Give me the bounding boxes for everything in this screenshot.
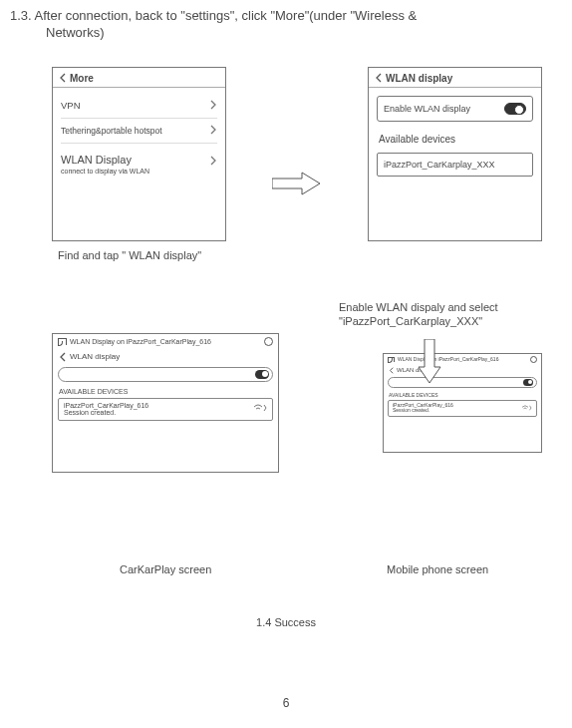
more-header[interactable]: More [53,68,225,88]
heading-line1: 1.3. After connection, back to "settings… [10,8,417,23]
arrow-down-icon [417,339,442,389]
wlan-display-row[interactable]: WLAN display [384,366,541,375]
carkarplay-screen: WLAN Display on iPazzPort_CarKarPlay_616… [52,333,279,473]
arrow-right-icon [272,171,322,196]
available-label: AVAILABLE DEVICES [53,385,278,396]
available-devices-label: Available devices [369,126,541,149]
wlan-display-group: WLAN Display connect to display via WLAN [61,150,149,175]
cast-text: WLAN Display on iPazzPort_CarKarPlay_616 [70,338,211,345]
device-row-text: iPazzPort_CarKarPlay_616 Session created… [393,403,453,414]
tethering-label: Tethering&portable hotspot [61,126,162,136]
page-number: 6 [0,696,572,710]
wifi-icon [253,404,267,414]
cast-icon [58,338,67,345]
more-title: More [70,73,94,84]
cast-icon [388,357,395,362]
toggle-icon[interactable] [504,103,526,115]
toggle-row[interactable] [58,367,273,382]
toggle-icon[interactable] [255,370,269,379]
cast-status-bar: WLAN Display on iPazzPort_CarKarPlay_616 [53,334,278,350]
back-icon[interactable] [375,73,382,85]
caption-mobile: Mobile phone screen [387,563,488,575]
menu-item-tethering[interactable]: Tethering&portable hotspot [61,119,217,144]
device-name: iPazzPort_CarKarplay_XXX [384,160,495,170]
cast-status-bar: WLAN Display on iPazzPort_CarKarPlay_616 [384,354,541,366]
step-heading: 1.3. After connection, back to "settings… [0,0,572,42]
more-menu-list: VPN Tethering&portable hotspot WLAN Disp… [53,88,225,186]
vpn-label: VPN [61,100,81,111]
wifi-icon [521,405,532,412]
mobile-phone-screen: WLAN Display on iPazzPort_CarKarPlay_616… [383,353,542,453]
wlan-display-panel: WLAN display Enable WLAN display Availab… [368,67,542,241]
device-row[interactable]: iPazzPort_CarKarPlay_616 Session created… [58,398,273,421]
enable-wlan-row[interactable]: Enable WLAN display [377,96,533,122]
available-label: AVAILABLE DEVICES [384,390,541,399]
menu-item-wlan-display[interactable]: WLAN Display connect to display via WLAN [61,144,217,181]
toggle-row[interactable] [388,377,537,388]
wlan-header[interactable]: WLAN display [369,68,541,88]
gear-icon[interactable] [530,356,537,363]
device-row-text: iPazzPort_CarKarPlay_616 Session created… [64,402,148,417]
cast-text: WLAN Display on iPazzPort_CarKarPlay_616 [398,356,498,362]
caption-find-tap: Find and tap " WLAN display" [0,241,572,261]
chevron-right-icon [210,156,217,168]
wlan-display-row[interactable]: WLAN display [53,350,278,364]
wlan-display-sub: connect to display via WLAN [61,168,149,175]
back-icon[interactable] [59,73,66,85]
chevron-right-icon [210,100,217,112]
success-label: 1.4 Success [0,616,572,628]
caption-carkarplay: CarKarPlay screen [120,563,211,575]
chevron-right-icon [210,125,217,137]
wlan-title: WLAN display [386,73,452,84]
heading-line2: Networks) [10,25,105,40]
settings-more-panel: More VPN Tethering&portable hotspot WLAN… [52,67,226,241]
enable-wlan-label: Enable WLAN display [384,104,470,114]
menu-item-vpn[interactable]: VPN [61,94,217,119]
gear-icon[interactable] [264,337,273,346]
wlan-label: WLAN display [70,352,120,361]
device-item[interactable]: iPazzPort_CarKarplay_XXX [377,153,533,177]
device-row[interactable]: iPazzPort_CarKarPlay_616 Session created… [388,400,537,417]
toggle-icon[interactable] [523,379,533,386]
wlan-display-label: WLAN Display [61,154,132,166]
caption-enable-select: Enable WLAN dispaly and select "iPazzPor… [339,300,548,329]
